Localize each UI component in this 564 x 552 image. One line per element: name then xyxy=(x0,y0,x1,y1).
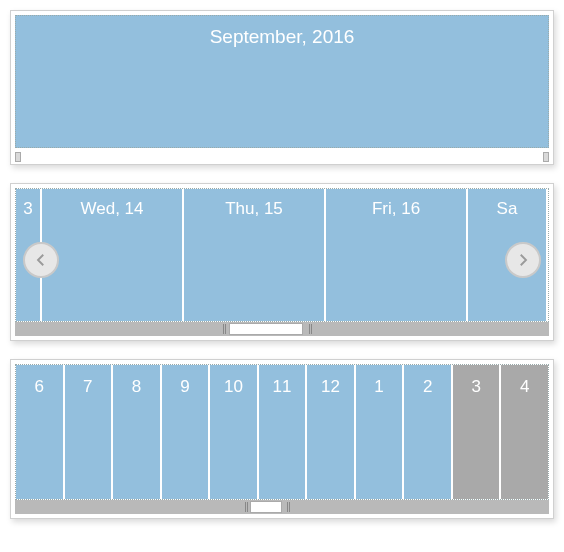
chevron-left-icon xyxy=(32,251,50,269)
month-panel: September, 2016 xyxy=(10,10,554,165)
hour-column[interactable]: 8 xyxy=(111,365,160,499)
day-scroll-thumb[interactable] xyxy=(229,323,304,335)
hour-scroll-thumb[interactable] xyxy=(250,501,282,513)
hour-scrollbar[interactable] xyxy=(15,500,549,514)
hour-column[interactable]: 1 xyxy=(354,365,403,499)
scroll-grip-left[interactable] xyxy=(245,502,250,512)
hour-panel: 67891011121234 xyxy=(10,359,554,519)
hour-column[interactable]: 10 xyxy=(208,365,257,499)
resize-handle-left[interactable] xyxy=(15,152,21,162)
scroll-grip-right[interactable] xyxy=(287,502,292,512)
hour-label: 7 xyxy=(83,377,92,499)
day-label: Sa xyxy=(497,199,518,219)
hour-strip: 67891011121234 xyxy=(15,364,549,500)
hour-label: 8 xyxy=(132,377,141,499)
hour-label: 11 xyxy=(273,377,292,499)
month-cell[interactable]: September, 2016 xyxy=(15,15,549,148)
hour-label: 2 xyxy=(423,377,432,499)
day-strip: 3Wed, 14Thu, 15Fri, 16Sa xyxy=(15,188,549,322)
hour-column[interactable]: 12 xyxy=(305,365,354,499)
month-title: September, 2016 xyxy=(210,26,355,147)
hour-label: 4 xyxy=(520,377,529,499)
hour-column[interactable]: 11 xyxy=(257,365,306,499)
hour-label: 3 xyxy=(471,377,480,499)
day-label: Wed, 14 xyxy=(80,199,143,219)
day-label: Fri, 16 xyxy=(372,199,420,219)
hour-column[interactable]: 4 xyxy=(499,365,548,499)
hour-label: 9 xyxy=(180,377,189,499)
prev-arrow-button[interactable] xyxy=(23,242,59,278)
resize-handle-right[interactable] xyxy=(543,152,549,162)
day-label: Thu, 15 xyxy=(225,199,283,219)
scroll-grip-left[interactable] xyxy=(223,324,228,334)
hour-label: 6 xyxy=(35,377,44,499)
day-label: 3 xyxy=(23,199,32,219)
hour-label: 12 xyxy=(321,377,340,499)
scroll-grip-right[interactable] xyxy=(309,324,314,334)
hour-column[interactable]: 9 xyxy=(160,365,209,499)
hour-column[interactable]: 2 xyxy=(402,365,451,499)
hour-label: 10 xyxy=(224,377,243,499)
chevron-right-icon xyxy=(514,251,532,269)
hour-column[interactable]: 6 xyxy=(16,365,63,499)
day-panel: 3Wed, 14Thu, 15Fri, 16Sa xyxy=(10,183,554,341)
day-column[interactable]: Thu, 15 xyxy=(182,189,324,321)
hour-column[interactable]: 7 xyxy=(63,365,112,499)
next-arrow-button[interactable] xyxy=(505,242,541,278)
hour-label: 1 xyxy=(374,377,383,499)
day-column[interactable]: Wed, 14 xyxy=(40,189,182,321)
day-scrollbar[interactable] xyxy=(15,322,549,336)
day-column[interactable]: Fri, 16 xyxy=(324,189,466,321)
hour-column[interactable]: 3 xyxy=(451,365,500,499)
